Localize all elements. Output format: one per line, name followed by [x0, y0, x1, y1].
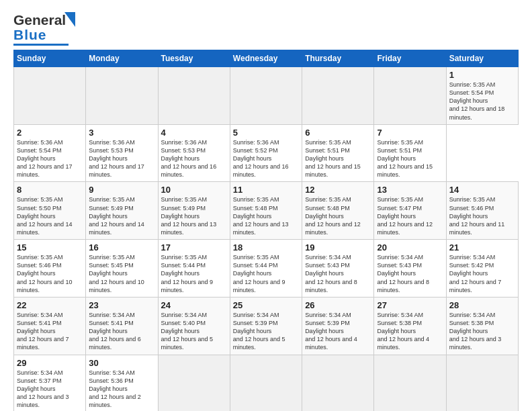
cell-content: Sunrise: 5:34 AMSunset: 5:40 PMDaylight …: [161, 312, 214, 351]
empty-cell: [446, 355, 518, 411]
day-number: 11: [233, 185, 299, 195]
cell-content: Sunrise: 5:34 AMSunset: 5:43 PMDaylight …: [377, 254, 429, 293]
calendar-cell: 19Sunrise: 5:34 AMSunset: 5:43 PMDayligh…: [302, 240, 374, 298]
day-number: 12: [305, 185, 371, 195]
cell-content: Sunrise: 5:34 AMSunset: 5:41 PMDaylight …: [17, 312, 69, 351]
cell-content: Sunrise: 5:34 AMSunset: 5:43 PMDaylight …: [305, 254, 357, 293]
calendar-cell: 6Sunrise: 5:35 AMSunset: 5:51 PMDaylight…: [302, 124, 374, 182]
logo-underline: [13, 44, 69, 46]
calendar-cell: 26Sunrise: 5:34 AMSunset: 5:39 PMDayligh…: [302, 297, 374, 355]
calendar-cell: 22Sunrise: 5:34 AMSunset: 5:41 PMDayligh…: [14, 297, 86, 355]
day-number: 3: [89, 128, 154, 138]
calendar-cell: 13Sunrise: 5:35 AMSunset: 5:47 PMDayligh…: [374, 182, 446, 240]
calendar-cell: 16Sunrise: 5:35 AMSunset: 5:45 PMDayligh…: [86, 240, 158, 298]
day-number: 15: [17, 242, 83, 253]
calendar-cell: 2Sunrise: 5:36 AMSunset: 5:54 PMDaylight…: [14, 124, 86, 182]
calendar-week-row: 22Sunrise: 5:34 AMSunset: 5:41 PMDayligh…: [14, 297, 519, 355]
empty-cell: [86, 67, 158, 125]
empty-cell: [14, 67, 86, 125]
cell-content: Sunrise: 5:35 AMSunset: 5:54 PMDaylight …: [449, 81, 505, 121]
cell-content: Sunrise: 5:35 AMSunset: 5:48 PMDaylight …: [233, 196, 289, 236]
day-number: 26: [305, 300, 371, 310]
calendar-cell: 18Sunrise: 5:35 AMSunset: 5:44 PMDayligh…: [230, 240, 302, 298]
calendar-cell: 10Sunrise: 5:35 AMSunset: 5:49 PMDayligh…: [158, 182, 230, 240]
calendar-cell: 8Sunrise: 5:35 AMSunset: 5:50 PMDaylight…: [14, 182, 86, 240]
calendar-cell: 23Sunrise: 5:34 AMSunset: 5:41 PMDayligh…: [86, 297, 158, 355]
calendar-cell: 20Sunrise: 5:34 AMSunset: 5:43 PMDayligh…: [374, 240, 446, 298]
day-number: 24: [161, 300, 227, 310]
cell-content: Sunrise: 5:35 AMSunset: 5:50 PMDaylight …: [17, 196, 73, 236]
cell-content: Sunrise: 5:34 AMSunset: 5:42 PMDaylight …: [449, 254, 502, 293]
day-number: 17: [161, 242, 227, 253]
day-number: 9: [89, 185, 154, 195]
cell-content: Sunrise: 5:35 AMSunset: 5:51 PMDaylight …: [305, 139, 361, 179]
logo-blue: Blue: [13, 27, 47, 42]
cell-content: Sunrise: 5:34 AMSunset: 5:38 PMDaylight …: [377, 312, 429, 351]
calendar-cell: 30Sunrise: 5:34 AMSunset: 5:36 PMDayligh…: [86, 355, 158, 411]
calendar-table: Sunday Monday Tuesday Wednesday Thursday…: [13, 50, 519, 411]
day-number: 20: [377, 242, 443, 253]
cell-content: Sunrise: 5:36 AMSunset: 5:52 PMDaylight …: [233, 139, 289, 179]
cell-content: Sunrise: 5:35 AMSunset: 5:44 PMDaylight …: [233, 254, 285, 293]
empty-cell: [302, 355, 374, 411]
calendar-cell: 12Sunrise: 5:35 AMSunset: 5:48 PMDayligh…: [302, 182, 374, 240]
day-number: 29: [17, 358, 83, 368]
calendar-cell: 9Sunrise: 5:35 AMSunset: 5:49 PMDaylight…: [86, 182, 158, 240]
day-number: 8: [17, 185, 83, 195]
calendar-week-row: 8Sunrise: 5:35 AMSunset: 5:50 PMDaylight…: [14, 182, 519, 240]
day-number: 14: [449, 185, 515, 195]
calendar-cell: 27Sunrise: 5:34 AMSunset: 5:38 PMDayligh…: [374, 297, 446, 355]
empty-cell: [230, 67, 302, 125]
calendar-cell: 15Sunrise: 5:35 AMSunset: 5:46 PMDayligh…: [14, 240, 86, 298]
cell-content: Sunrise: 5:35 AMSunset: 5:47 PMDaylight …: [377, 196, 433, 236]
col-wednesday: Wednesday: [230, 50, 302, 67]
cell-content: Sunrise: 5:36 AMSunset: 5:53 PMDaylight …: [89, 139, 144, 179]
cell-content: Sunrise: 5:34 AMSunset: 5:36 PMDaylight …: [89, 369, 141, 409]
cell-content: Sunrise: 5:35 AMSunset: 5:48 PMDaylight …: [305, 196, 361, 236]
calendar-cell: 5Sunrise: 5:36 AMSunset: 5:52 PMDaylight…: [230, 124, 302, 182]
cell-content: Sunrise: 5:34 AMSunset: 5:37 PMDaylight …: [17, 369, 69, 409]
col-saturday: Saturday: [446, 50, 518, 67]
cell-content: Sunrise: 5:36 AMSunset: 5:53 PMDaylight …: [161, 139, 217, 179]
day-number: 27: [377, 300, 443, 310]
cell-content: Sunrise: 5:35 AMSunset: 5:49 PMDaylight …: [161, 196, 217, 236]
calendar-cell: 24Sunrise: 5:34 AMSunset: 5:40 PMDayligh…: [158, 297, 230, 355]
cell-content: Sunrise: 5:34 AMSunset: 5:39 PMDaylight …: [305, 312, 357, 351]
col-sunday: Sunday: [14, 50, 86, 67]
cell-content: Sunrise: 5:35 AMSunset: 5:45 PMDaylight …: [89, 254, 144, 293]
day-number: 30: [89, 358, 154, 368]
empty-cell: [302, 67, 374, 125]
day-number: 21: [449, 242, 515, 253]
cell-content: Sunrise: 5:35 AMSunset: 5:46 PMDaylight …: [449, 196, 505, 236]
empty-cell: [374, 67, 446, 125]
calendar-cell: 4Sunrise: 5:36 AMSunset: 5:53 PMDaylight…: [158, 124, 230, 182]
day-number: 10: [161, 185, 227, 195]
calendar-week-row: 1Sunrise: 5:35 AMSunset: 5:54 PMDaylight…: [14, 67, 519, 125]
calendar-cell: 25Sunrise: 5:34 AMSunset: 5:39 PMDayligh…: [230, 297, 302, 355]
col-friday: Friday: [374, 50, 446, 67]
day-number: 13: [377, 185, 443, 195]
day-number: 22: [17, 300, 83, 310]
cell-content: Sunrise: 5:35 AMSunset: 5:51 PMDaylight …: [377, 139, 433, 179]
calendar-week-row: 15Sunrise: 5:35 AMSunset: 5:46 PMDayligh…: [14, 240, 519, 298]
calendar-cell: 29Sunrise: 5:34 AMSunset: 5:37 PMDayligh…: [14, 355, 86, 411]
day-number: 25: [233, 300, 299, 310]
header-row: Sunday Monday Tuesday Wednesday Thursday…: [14, 50, 519, 67]
day-number: 2: [17, 128, 83, 138]
svg-marker-0: [64, 12, 75, 27]
calendar-cell: 11Sunrise: 5:35 AMSunset: 5:48 PMDayligh…: [230, 182, 302, 240]
day-number: 6: [305, 128, 371, 138]
calendar-cell: 1Sunrise: 5:35 AMSunset: 5:54 PMDaylight…: [446, 67, 518, 125]
col-thursday: Thursday: [302, 50, 374, 67]
logo: General Blue: [13, 12, 69, 46]
cell-content: Sunrise: 5:34 AMSunset: 5:38 PMDaylight …: [449, 312, 502, 351]
day-number: 28: [449, 300, 515, 310]
day-number: 1: [449, 70, 515, 80]
day-number: 18: [233, 242, 299, 253]
day-number: 7: [377, 128, 443, 138]
day-number: 19: [305, 242, 371, 253]
day-number: 4: [161, 128, 227, 138]
cell-content: Sunrise: 5:35 AMSunset: 5:44 PMDaylight …: [161, 254, 214, 293]
cell-content: Sunrise: 5:35 AMSunset: 5:46 PMDaylight …: [17, 254, 73, 293]
calendar-week-row: 2Sunrise: 5:36 AMSunset: 5:54 PMDaylight…: [14, 124, 519, 182]
